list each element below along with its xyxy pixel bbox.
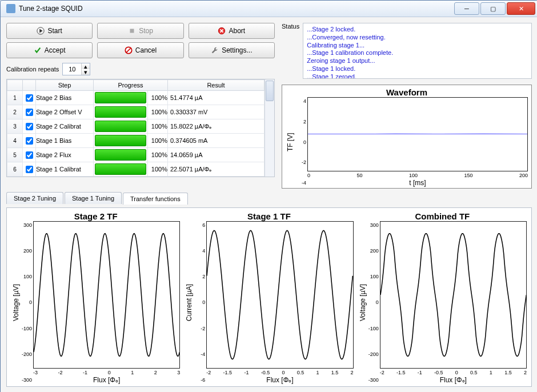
result-field[interactable]: [168, 134, 264, 147]
result-field[interactable]: [168, 119, 264, 133]
step-checkbox[interactable]: [26, 123, 33, 130]
progress-pct: 100%: [148, 148, 168, 162]
waveform-plot[interactable]: [307, 97, 528, 171]
settings-button[interactable]: Settings...: [189, 42, 275, 58]
col-progress: Progress: [94, 80, 168, 91]
tf-s2-yticks: 3002001000-100-200-300: [21, 221, 33, 384]
tf-s1-xticks: -2-1.5-1-0.500.511.52: [206, 369, 353, 375]
abort-icon: [218, 27, 226, 35]
waveform-xlabel: t [ms]: [307, 178, 528, 187]
status-log[interactable]: ...Stage 2 locked....Converged, now rese…: [303, 23, 532, 79]
waveform-title: Waveform: [286, 87, 528, 97]
tab-stage1-tuning[interactable]: Stage 1 Tuning: [65, 192, 122, 204]
check-icon: [34, 46, 42, 54]
table-row: 6Stage 1 Calibrat100%: [7, 162, 265, 177]
progress-bar: [94, 119, 148, 134]
titlebar: Tune 2-stage SQUID ─ ▢ ✕: [1, 1, 537, 17]
tf-s1-title: Stage 1 TF: [185, 211, 353, 221]
stop-icon: [128, 27, 136, 35]
tf-s1-ylabel: Current [µA]: [185, 221, 194, 384]
result-field[interactable]: [168, 148, 264, 162]
progress-pct: 100%: [148, 162, 168, 177]
progress-bar: [94, 105, 148, 119]
result-field[interactable]: [168, 91, 264, 105]
tf-combined: Combined TF Voltage [µV] 3002001000-100-…: [358, 211, 527, 384]
cancel-button[interactable]: Cancel: [97, 42, 183, 58]
tf-stage2: Stage 2 TF Voltage [µV] 3002001000-100-2…: [11, 211, 180, 384]
waveform-panel: Waveform TF [V] 420-2-4 050100150200 t […: [282, 85, 532, 189]
cal-repeats-spinner[interactable]: ▴ ▾: [62, 63, 90, 75]
tf-stage1: Stage 1 TF Current [µA] 6420-2-4-6 -2-1.…: [185, 211, 353, 384]
step-name: Stage 2 Offset V: [36, 105, 94, 119]
progress-pct: 100%: [148, 119, 168, 134]
cal-repeats-label: Calibration repeats: [6, 66, 59, 73]
table-row: 3Stage 2 Calibrat100%: [7, 119, 265, 134]
start-label: Start: [47, 27, 62, 35]
col-step: Step: [36, 80, 94, 91]
step-name: Stage 2 Calibrat: [36, 119, 94, 134]
step-checkbox[interactable]: [26, 166, 33, 173]
tab-stage2-tuning[interactable]: Stage 2 Tuning: [6, 192, 63, 204]
progress-bar: [94, 134, 148, 148]
client-area: Start Stop Abort Accept: [1, 17, 537, 392]
row-number: 5: [7, 148, 23, 162]
settings-label: Settings...: [222, 46, 252, 54]
start-button[interactable]: Start: [6, 23, 93, 39]
status-label: Status: [282, 23, 299, 79]
spin-down[interactable]: ▾: [81, 69, 90, 75]
wrench-icon: [211, 46, 219, 54]
maximize-button[interactable]: ▢: [480, 2, 506, 15]
tf-s2-ylabel: Voltage [µV]: [11, 221, 21, 384]
progress-bar: [94, 148, 148, 162]
app-window: Tune 2-stage SQUID ─ ▢ ✕ Start Stop: [0, 0, 537, 392]
tf-s2-xticks: -3-2-10123: [33, 369, 180, 375]
cancel-icon: [125, 46, 133, 54]
cal-repeats-input[interactable]: [63, 65, 81, 73]
progress-bar: [94, 162, 148, 177]
stop-button[interactable]: Stop: [97, 23, 183, 39]
abort-button[interactable]: Abort: [189, 23, 275, 39]
step-checkbox[interactable]: [26, 137, 33, 145]
accept-button[interactable]: Accept: [6, 42, 93, 58]
row-number: 6: [7, 162, 23, 177]
row-number: 2: [7, 105, 23, 119]
step-checkbox[interactable]: [26, 94, 33, 102]
tf-panel: Stage 2 TF Voltage [µV] 3002001000-100-2…: [6, 207, 532, 387]
tf-s2-xlabel: Flux [Φₒ]: [33, 375, 180, 384]
table-row: 4Stage 1 Bias100%: [7, 134, 265, 148]
app-icon: [6, 4, 15, 13]
col-result: Result: [168, 80, 265, 91]
play-icon: [37, 27, 45, 35]
step-checkbox[interactable]: [26, 109, 33, 116]
waveform-xticks: 050100150200: [307, 171, 528, 178]
minimize-button[interactable]: ─: [454, 2, 479, 15]
result-field[interactable]: [168, 105, 264, 119]
progress-pct: 100%: [148, 91, 168, 105]
row-number: 4: [7, 134, 23, 148]
table-row: 5Stage 2 Flux100%: [7, 148, 265, 162]
tf-s1-plot[interactable]: [206, 221, 353, 369]
waveform-ylabel: TF [V]: [286, 97, 295, 187]
progress-pct: 100%: [148, 134, 168, 148]
progress-pct: 100%: [148, 105, 168, 119]
tf-cb-plot[interactable]: [380, 221, 527, 369]
tf-s1-xlabel: Flux [Φₒ]: [206, 375, 353, 384]
scrollbar-thumb[interactable]: [266, 81, 274, 101]
tab-transfer-functions[interactable]: Transfer functions: [123, 193, 188, 205]
steps-table: Step Progress Result 1Stage 2 Bias100%2S…: [6, 79, 275, 177]
result-field[interactable]: [168, 162, 264, 176]
row-number: 1: [7, 91, 23, 105]
tf-s2-title: Stage 2 TF: [11, 211, 180, 221]
tf-s1-yticks: 6420-2-4-6: [194, 221, 206, 384]
step-name: Stage 2 Bias: [36, 91, 94, 105]
step-checkbox[interactable]: [26, 151, 33, 159]
svg-rect-1: [130, 29, 134, 33]
close-button[interactable]: ✕: [507, 2, 535, 15]
tf-cb-xticks: -2-1.5-1-0.500.511.52: [380, 369, 527, 375]
tf-cb-title: Combined TF: [358, 211, 527, 221]
tf-s2-plot[interactable]: [33, 221, 180, 369]
table-scrollbar[interactable]: [265, 79, 274, 177]
window-title: Tune 2-stage SQUID: [19, 5, 453, 13]
cancel-label: Cancel: [135, 46, 157, 54]
abort-label: Abort: [229, 27, 245, 35]
